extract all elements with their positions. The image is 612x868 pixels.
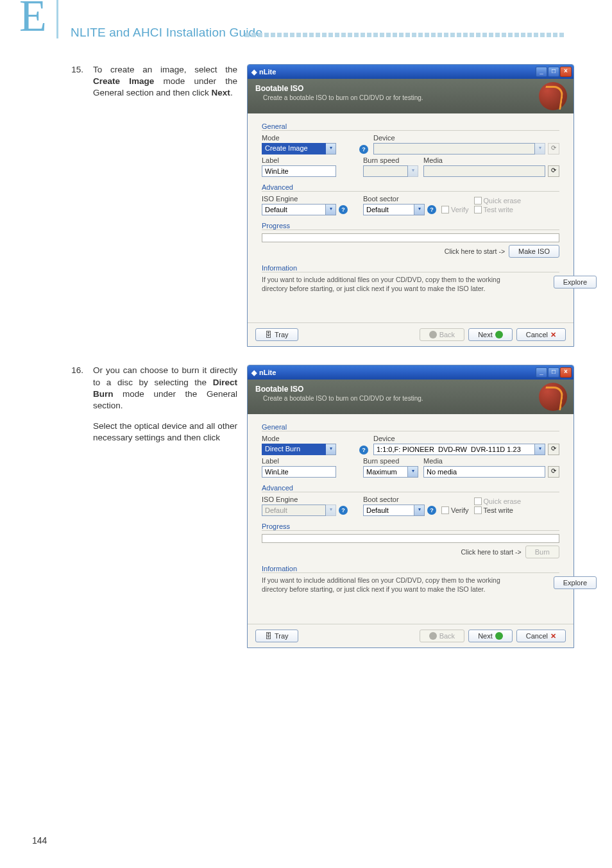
bold: Create Image	[93, 76, 154, 86]
tray-button[interactable]: 🗄Tray	[255, 328, 298, 341]
device-value	[373, 444, 535, 455]
t: .	[230, 88, 233, 97]
mode-label: Mode	[262, 134, 358, 142]
cancel-button[interactable]: Cancel✕	[516, 328, 566, 341]
minimize-button[interactable]: _	[536, 67, 547, 77]
maximize-button[interactable]: □	[548, 67, 559, 77]
page-number: 144	[32, 835, 47, 846]
explore-button[interactable]: Explore	[554, 276, 574, 288]
lbl: Verify	[451, 506, 469, 514]
dotted-rule	[245, 33, 591, 38]
burnspeed-dropdown: ▾	[363, 165, 418, 177]
lbl: Test write	[484, 206, 513, 213]
burnspeed-dropdown[interactable]: ▾	[363, 466, 418, 478]
lbl: Next	[478, 329, 493, 340]
lbl: Tray	[275, 630, 289, 642]
close-button[interactable]: ×	[560, 67, 572, 77]
test-write-checkbox[interactable]: Test write	[474, 506, 522, 514]
fieldset-title: Information	[262, 565, 559, 573]
panel-header: Bootable ISO Create a bootable ISO to bu…	[248, 380, 574, 414]
back-arrow-icon	[429, 331, 437, 338]
panel-title: Bootable ISO	[255, 84, 566, 93]
panel-subtitle: Create a bootable ISO to burn on CD/DVD …	[255, 94, 566, 101]
click-start-text: Click here to start ->	[461, 548, 522, 556]
verify-checkbox[interactable]: Verify	[441, 506, 469, 514]
help-icon[interactable]: ?	[339, 506, 348, 515]
lbl: Verify	[451, 206, 469, 213]
progress-bar	[262, 233, 559, 242]
mode-label: Mode	[262, 435, 358, 442]
back-button: Back	[420, 328, 464, 341]
burnspeed-value	[363, 165, 408, 177]
chevron-down-icon[interactable]: ▾	[326, 204, 336, 215]
tray-button[interactable]: 🗄Tray	[255, 630, 298, 642]
step-number: 15.	[64, 64, 83, 74]
divider-bar	[56, 0, 58, 38]
iso-dropdown[interactable]: ▾	[262, 204, 336, 215]
close-button[interactable]: ×	[560, 367, 572, 378]
quick-erase-checkbox: Quick erase	[474, 497, 522, 505]
progress-fieldset: Progress Click here to start -> Burn	[262, 522, 559, 558]
make-iso-button[interactable]: Make ISO	[509, 245, 559, 258]
chevron-down-icon: ▾	[535, 143, 545, 154]
boot-dropdown[interactable]: ▾	[363, 505, 425, 516]
burnspeed-label: Burn speed	[363, 457, 418, 465]
media-value	[423, 165, 545, 177]
information-fieldset: Information If you want to include addit…	[262, 565, 559, 594]
iso-value	[262, 505, 326, 516]
refresh-icon[interactable]: ⟳	[548, 165, 559, 177]
boot-value	[363, 204, 414, 215]
window-title: nLite	[259, 369, 276, 376]
window-titlebar[interactable]: ◆nLite _ □ ×	[248, 365, 574, 380]
mode-dropdown[interactable]: Create Image ▾	[262, 143, 358, 154]
refresh-icon[interactable]: ⟳	[548, 444, 559, 455]
help-icon[interactable]: ?	[359, 446, 368, 455]
lbl: Back	[439, 329, 455, 340]
next-button[interactable]: Next	[468, 630, 513, 642]
help-icon[interactable]: ?	[359, 145, 368, 154]
chevron-down-icon[interactable]: ▾	[414, 505, 425, 516]
refresh-icon[interactable]: ⟳	[548, 466, 559, 478]
next-arrow-icon	[495, 331, 503, 338]
lbl: Cancel	[526, 630, 548, 642]
lbl: Back	[439, 630, 455, 642]
general-fieldset: General Mode Direct Burn ▾ ? Device	[262, 423, 559, 478]
label-input[interactable]	[262, 466, 336, 478]
burn-button: Burn	[525, 546, 559, 558]
appendix-letter: E	[19, 0, 47, 38]
chevron-down-icon[interactable]: ▾	[414, 204, 425, 215]
device-label: Device	[373, 435, 559, 442]
next-button[interactable]: Next	[468, 328, 513, 341]
mode-value: Create Image	[262, 143, 326, 154]
device-label: Device	[373, 134, 559, 142]
chevron-down-icon[interactable]: ▾	[535, 444, 545, 455]
app-icon: ◆	[251, 68, 257, 76]
help-icon[interactable]: ?	[427, 205, 436, 214]
advanced-fieldset: Advanced ISO Engine ▾ ? Boot se	[262, 183, 559, 215]
label-input[interactable]	[262, 165, 336, 177]
cancel-button[interactable]: Cancel✕	[516, 630, 566, 642]
boot-dropdown[interactable]: ▾	[363, 204, 425, 215]
panel-subtitle: Create a bootable ISO to burn on CD/DVD …	[255, 395, 566, 402]
window-titlebar[interactable]: ◆nLite _ □ ×	[248, 65, 574, 79]
device-dropdown[interactable]: ▾	[373, 143, 545, 154]
nlite-window-2: ◆nLite _ □ × Bootable ISO Create a boota…	[247, 365, 574, 647]
t: Select the optical device and all other …	[93, 421, 237, 444]
explore-button[interactable]: Explore	[554, 576, 574, 589]
t: mode under the General section.	[93, 389, 237, 410]
chevron-down-icon[interactable]: ▾	[326, 143, 336, 154]
mode-dropdown[interactable]: Direct Burn ▾	[262, 444, 358, 455]
chevron-down-icon[interactable]: ▾	[408, 466, 418, 478]
t: To create an image, select the	[93, 65, 237, 74]
lbl: Cancel	[526, 329, 548, 340]
help-icon[interactable]: ?	[339, 205, 348, 214]
maximize-button[interactable]: □	[548, 367, 559, 378]
info-text: If you want to include additional files …	[262, 576, 559, 594]
x-icon: ✕	[550, 329, 556, 340]
chevron-down-icon[interactable]: ▾	[326, 444, 336, 455]
minimize-button[interactable]: _	[536, 367, 547, 378]
device-dropdown[interactable]: ▾	[373, 444, 545, 455]
help-icon[interactable]: ?	[427, 506, 436, 515]
media-label: Media	[423, 457, 559, 465]
iso-label: ISO Engine	[262, 496, 358, 503]
